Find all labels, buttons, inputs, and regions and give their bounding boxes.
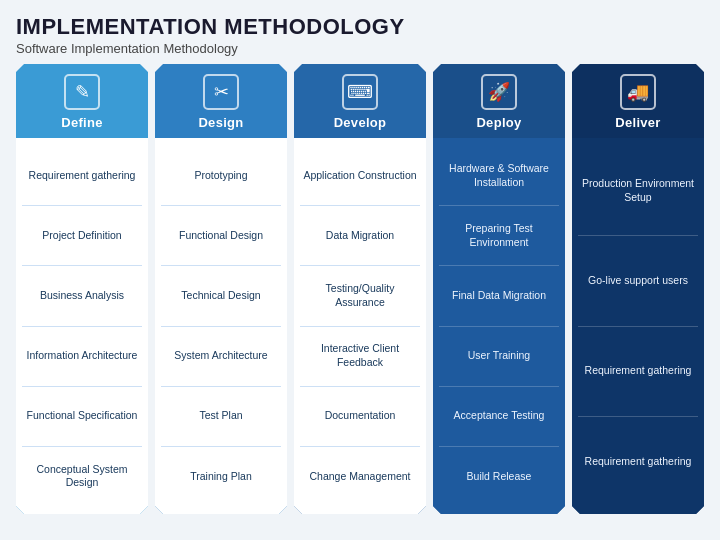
column-develop: ⌨DevelopApplication ConstructionData Mig…	[294, 64, 426, 514]
col-item-deliver-2: Requirement gathering	[578, 327, 698, 417]
col-item-design-2: Technical Design	[161, 266, 281, 326]
col-item-deploy-3: User Training	[439, 327, 559, 387]
col-header-define: ✎Define	[16, 64, 148, 138]
column-deliver: 🚚DeliverProduction Environment SetupGo-l…	[572, 64, 704, 514]
col-item-develop-1: Data Migration	[300, 206, 420, 266]
main-title: IMPLEMENTATION METHODOLOGY	[16, 14, 704, 40]
col-item-deploy-4: Acceptance Testing	[439, 387, 559, 447]
deliver-icon: 🚚	[620, 74, 656, 110]
col-body-define: Requirement gatheringProject DefinitionB…	[16, 138, 148, 514]
col-body-develop: Application ConstructionData MigrationTe…	[294, 138, 426, 514]
col-item-develop-3: Interactive Client Feedback	[300, 327, 420, 387]
col-item-design-1: Functional Design	[161, 206, 281, 266]
col-item-design-4: Test Plan	[161, 387, 281, 447]
col-item-define-3: Information Architecture	[22, 327, 142, 387]
col-item-define-0: Requirement gathering	[22, 146, 142, 206]
develop-icon: ⌨	[342, 74, 378, 110]
col-body-design: PrototypingFunctional DesignTechnical De…	[155, 138, 287, 514]
columns-wrapper: ✎DefineRequirement gatheringProject Defi…	[16, 64, 704, 514]
col-title-deploy: Deploy	[476, 115, 521, 130]
col-item-design-5: Training Plan	[161, 447, 281, 506]
deploy-icon: 🚀	[481, 74, 517, 110]
col-header-develop: ⌨Develop	[294, 64, 426, 138]
col-item-deploy-5: Build Release	[439, 447, 559, 506]
col-item-define-1: Project Definition	[22, 206, 142, 266]
column-define: ✎DefineRequirement gatheringProject Defi…	[16, 64, 148, 514]
sub-title: Software Implementation Methodology	[16, 41, 704, 56]
col-header-deploy: 🚀Deploy	[433, 64, 565, 138]
page: IMPLEMENTATION METHODOLOGY Software Impl…	[0, 0, 720, 540]
col-item-deploy-2: Final Data Migration	[439, 266, 559, 326]
col-title-develop: Develop	[334, 115, 387, 130]
col-item-deliver-0: Production Environment Setup	[578, 146, 698, 236]
col-item-develop-0: Application Construction	[300, 146, 420, 206]
col-item-deploy-1: Preparing Test Environment	[439, 206, 559, 266]
col-header-design: ✂Design	[155, 64, 287, 138]
col-item-develop-4: Documentation	[300, 387, 420, 447]
col-item-design-3: System Architecture	[161, 327, 281, 387]
col-header-deliver: 🚚Deliver	[572, 64, 704, 138]
col-item-deliver-3: Requirement gathering	[578, 417, 698, 506]
col-title-deliver: Deliver	[615, 115, 660, 130]
design-icon: ✂	[203, 74, 239, 110]
col-item-develop-5: Change Management	[300, 447, 420, 506]
col-title-define: Define	[61, 115, 103, 130]
col-item-develop-2: Testing/Quality Assurance	[300, 266, 420, 326]
col-item-define-2: Business Analysis	[22, 266, 142, 326]
define-icon: ✎	[64, 74, 100, 110]
col-item-define-5: Conceptual System Design	[22, 447, 142, 506]
col-title-design: Design	[198, 115, 243, 130]
header: IMPLEMENTATION METHODOLOGY Software Impl…	[16, 14, 704, 56]
column-design: ✂DesignPrototypingFunctional DesignTechn…	[155, 64, 287, 514]
column-deploy: 🚀DeployHardware & Software InstallationP…	[433, 64, 565, 514]
col-item-define-4: Functional Specification	[22, 387, 142, 447]
col-item-deploy-0: Hardware & Software Installation	[439, 146, 559, 206]
col-body-deliver: Production Environment SetupGo-live supp…	[572, 138, 704, 514]
col-body-deploy: Hardware & Software InstallationPreparin…	[433, 138, 565, 514]
col-item-deliver-1: Go-live support users	[578, 236, 698, 326]
col-item-design-0: Prototyping	[161, 146, 281, 206]
